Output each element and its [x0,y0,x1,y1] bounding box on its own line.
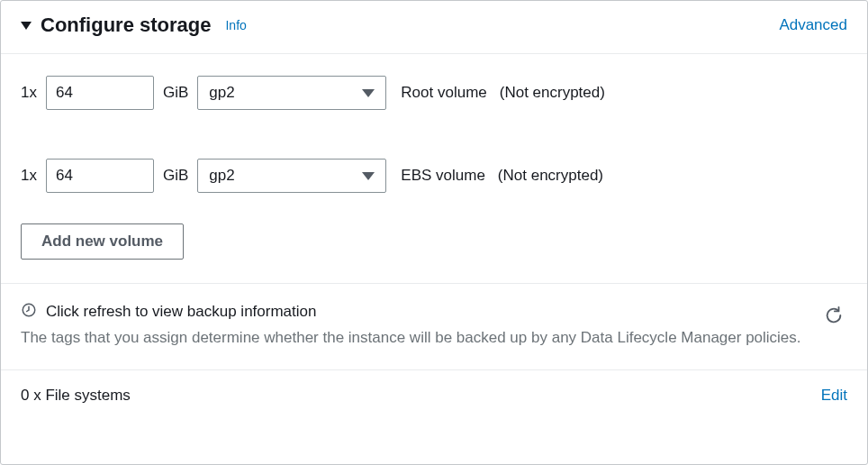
configure-storage-panel: Configure storage Info Advanced 1x GiB g… [0,0,868,465]
volume-size-input[interactable] [46,76,154,110]
volume-encryption: (Not encrypted) [498,167,603,185]
clock-icon [21,302,37,321]
volume-type-select-wrapper: gp2 [197,76,386,110]
volume-count: 1x [21,84,37,102]
backup-description: The tags that you assign determine wheth… [21,326,820,350]
volume-type-select[interactable]: gp2 [197,159,386,193]
volume-row-ebs: 1x GiB gp2 EBS volume (Not encrypted) [21,159,847,193]
add-new-volume-button[interactable]: Add new volume [21,223,184,260]
backup-left: Click refresh to view backup information… [21,302,820,350]
backup-title: Click refresh to view backup information [46,303,316,321]
volume-type-select[interactable]: gp2 [197,76,386,110]
volume-unit: GiB [163,84,188,102]
volume-type-value: gp2 [209,167,234,185]
panel-header: Configure storage Info Advanced [1,1,867,54]
filesystem-label: 0 x File systems [21,387,131,405]
volume-encryption: (Not encrypted) [500,84,605,102]
backup-info-section: Click refresh to view backup information… [1,283,867,369]
filesystem-section: 0 x File systems Edit [1,369,867,421]
panel-header-left: Configure storage Info [21,14,247,37]
info-link[interactable]: Info [225,18,246,32]
collapse-toggle-icon[interactable] [21,22,32,30]
caret-down-icon [362,89,375,97]
volume-type-select-wrapper: gp2 [197,159,386,193]
panel-body: 1x GiB gp2 Root volume (Not encrypted) 1… [1,54,867,283]
panel-title: Configure storage [41,14,211,37]
volume-label: EBS volume [401,167,485,185]
volume-label: Root volume [401,84,486,102]
refresh-button[interactable] [820,302,847,332]
caret-down-icon [362,172,375,180]
filesystem-edit-link[interactable]: Edit [821,387,847,405]
volume-type-value: gp2 [209,84,234,102]
backup-header: Click refresh to view backup information [21,302,820,321]
volume-size-input[interactable] [46,159,154,193]
refresh-icon [824,315,844,328]
volume-count: 1x [21,167,37,185]
volume-unit: GiB [163,167,188,185]
advanced-link[interactable]: Advanced [779,16,847,34]
volume-row-root: 1x GiB gp2 Root volume (Not encrypted) [21,76,847,110]
